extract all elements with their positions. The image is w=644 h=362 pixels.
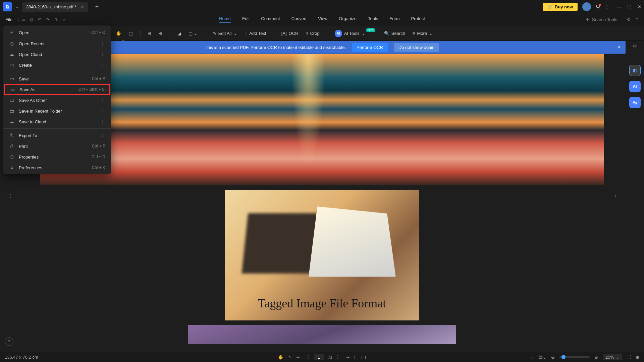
fit-page-icon[interactable]: ▤⌄ [539,355,546,360]
zoom-value: 25% [605,355,614,360]
menu-open-recent[interactable]: ◴Open Recent〉 [3,38,111,49]
share-icon[interactable]: ⇪ [54,17,58,22]
page-total: /3 [329,355,332,360]
nav-home[interactable]: Home [219,16,231,23]
nav-edit[interactable]: Edit [242,16,250,23]
menu-export[interactable]: ⇱Export To〉 [3,130,111,141]
undo-icon[interactable]: ↶ [38,17,41,22]
search-button[interactable]: 🔍Search [384,31,405,36]
minimize-icon[interactable]: — [617,4,622,9]
dismiss-banner-button[interactable]: Do not show again [394,43,439,52]
app-icon[interactable]: ⧉ [3,2,12,11]
hand-mode-icon[interactable]: ✋ [278,355,283,360]
tab-title: 3840-2160-s...mbine.pdf * [26,4,76,9]
shape-dropdown-icon[interactable]: ▢ ⌄ [189,31,198,36]
crop-button[interactable]: ⌗Crop [306,31,319,36]
nav-protect[interactable]: Protect [411,16,425,23]
save-as-icon: ▭ [9,87,15,92]
ocr-button[interactable]: [A]OCR [281,31,299,36]
hamburger-icon: ≡ [413,31,415,36]
nav-organize[interactable]: Organize [339,16,357,23]
print-icon[interactable]: ⎙ [30,17,33,22]
menu-properties[interactable]: ⬡PropertiesCtrl + D [3,152,111,162]
maximize-icon[interactable]: ❐ [628,4,632,9]
cloud-icon: ☁ [9,52,15,57]
menu-save-as[interactable]: ▭Save AsCtrl + Shift + S [4,84,110,95]
menu-print[interactable]: ⎙PrintCtrl + P [3,141,111,152]
document-tab[interactable]: 3840-2160-s...mbine.pdf * × [22,2,88,12]
menu-save-as-other[interactable]: ▭Save As Other〉 [3,95,111,106]
nav-convert[interactable]: Convert [291,16,307,23]
page-number-input[interactable] [314,354,324,360]
kebab-menu-icon[interactable]: ⋮ [605,4,609,9]
user-avatar[interactable] [582,2,591,11]
fit-width-icon[interactable]: ⬚⌄ [526,355,534,360]
nav-tools[interactable]: Tools [368,16,378,23]
hand-tool-icon[interactable]: ✋ [116,31,121,36]
pointer-mode-icon[interactable]: ↖ [288,355,292,360]
quick-dropdown-icon[interactable]: ▿ [63,17,65,22]
file-menu-button[interactable]: File [5,17,12,22]
notifications-icon[interactable]: 🗨 [596,4,600,9]
highlight-icon[interactable]: ◢ [178,31,181,36]
chevron-right-icon: 〉 [102,109,105,114]
more-button[interactable]: ≡More⌄ [413,31,433,36]
translate-sidebar-icon[interactable]: Aᵦ [629,97,641,108]
fullscreen-icon[interactable]: ⛶ [627,355,631,360]
banner-close-icon[interactable]: × [618,44,621,50]
menu-open[interactable]: ＋OpenCtrl + O [3,27,111,38]
zoom-slider[interactable] [559,356,590,358]
save-icon[interactable]: ▭ [21,17,25,22]
add-text-button[interactable]: TAdd Text [245,31,266,36]
search-tools[interactable]: ✦ Search Tools [586,17,617,22]
chevron-right-icon: 〉 [102,63,105,68]
next-page-icon[interactable]: 〉 [337,354,341,360]
menu-save[interactable]: ▭SaveCtrl + S [3,73,111,84]
nav-form[interactable]: Form [389,16,399,23]
zoom-in-status-icon[interactable]: ⊕ [594,355,598,360]
last-page-icon[interactable]: ⇥ [346,355,350,360]
ai-tools-button[interactable]: AIAI Tools⌄New [335,30,377,37]
zoom-in-icon[interactable]: ⊕ [159,31,163,36]
two-page-icon[interactable]: ▯▯ [361,355,366,360]
nav-comment[interactable]: Comment [261,16,280,23]
chevron-right-icon: 〉 [102,119,105,124]
nav-view[interactable]: View [318,16,327,23]
close-window-icon[interactable]: ✕ [638,4,641,9]
single-page-icon[interactable]: ▯ [354,355,357,360]
menu-create[interactable]: ▭Create〉 [3,60,111,70]
prev-page-arrow[interactable]: 〈 [5,191,13,201]
menu-save-cloud[interactable]: ☁Save to Cloud〉 [3,116,111,127]
prev-page-icon[interactable]: 〈 [305,354,309,360]
printer-icon: ⎙ [9,143,15,149]
collapse-ribbon-icon[interactable]: ⌃ [635,17,639,22]
help-icon[interactable]: ? [5,337,13,346]
redo-icon[interactable]: ↷ [46,17,50,22]
menu-save-recent-folder[interactable]: 🗀Save in Recent Folder〉 [3,106,111,116]
read-mode-icon[interactable]: ◉ [636,355,639,360]
add-text-label: Add Text [249,31,266,36]
selection-mode-icon[interactable]: ◧ [629,65,641,76]
tab-close-icon[interactable]: × [81,4,84,9]
properties-panel-icon[interactable]: ⚙ [633,44,637,49]
perform-ocr-button[interactable]: Perform OCR [352,43,388,52]
app-menu-chevron[interactable]: ⌄ [15,4,19,9]
new-tab-button[interactable]: + [93,3,102,10]
zoom-out-status-icon[interactable]: ⊖ [551,355,555,360]
zoom-out-icon[interactable]: ⊖ [148,31,152,36]
menu-open-cloud[interactable]: ☁Open Cloud〉 [3,49,111,60]
cloud-sync-icon[interactable]: ⟲ [627,17,630,22]
next-page-arrow[interactable]: 〉 [612,191,621,201]
search-tools-label: Search Tools [592,17,617,22]
gear-icon: ⬡ [9,154,15,160]
buy-now-button[interactable]: 🛒 Buy now [543,3,578,11]
first-page-icon[interactable]: ⇤ [297,355,300,360]
edit-all-button[interactable]: ✎Edit All⌄ [213,31,237,36]
ai-sidebar-icon[interactable]: AI [629,81,641,92]
select-tool-icon[interactable]: ⬚ [129,31,133,36]
pen-icon: ✎ [213,31,216,36]
menu-preferences[interactable]: ≡PreferencesCtrl + K [3,162,111,173]
titlebar: ⧉ ⌄ 3840-2160-s...mbine.pdf * × + 🛒 Buy … [0,0,644,13]
zoom-level-dropdown[interactable]: 25%⌄ [603,354,622,360]
chevron-right-icon: 〉 [102,52,105,57]
